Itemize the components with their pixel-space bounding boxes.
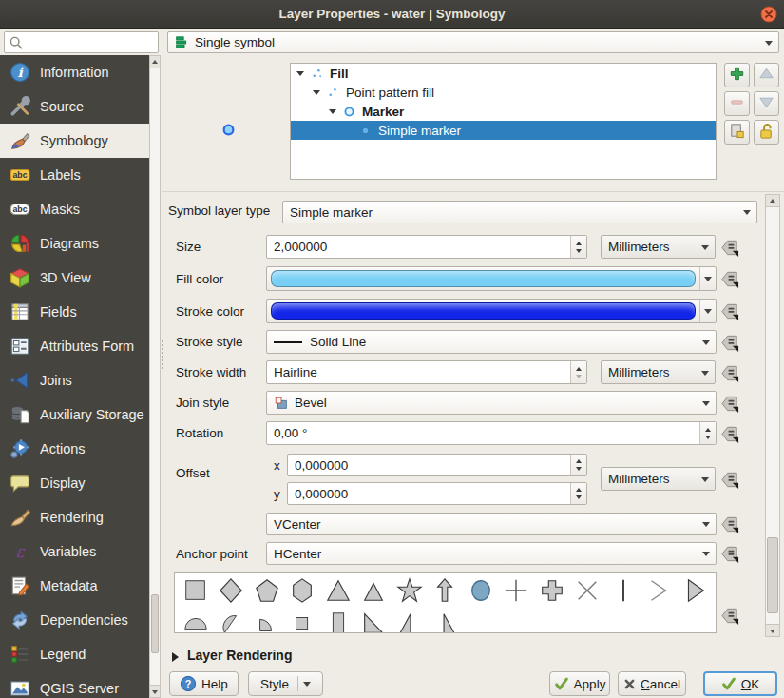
shape-diamond[interactable] (214, 576, 250, 605)
sidebar-item-3d-view[interactable]: 3D View (0, 261, 149, 295)
rotation-override-button[interactable] (719, 423, 740, 444)
renderer-combobox[interactable]: Single symbol (167, 31, 779, 53)
stroke-width-input[interactable] (267, 361, 569, 383)
offset-x-spinbox[interactable] (287, 454, 587, 476)
properties-scrollbar[interactable] (765, 194, 780, 637)
stroke-width-spinbox[interactable] (266, 360, 587, 384)
sidebar-scrollbar[interactable] (149, 55, 161, 698)
help-button[interactable]: ? Help (169, 671, 239, 696)
splitter-handle[interactable] (162, 340, 164, 369)
join-style-override-button[interactable] (719, 393, 740, 414)
sidebar-item-fields[interactable]: Fields (0, 295, 149, 329)
tree-expander-icon[interactable] (329, 109, 336, 118)
sidebar-item-metadata[interactable]: Metadata (0, 569, 149, 603)
shape-hexagon[interactable] (285, 576, 321, 605)
shape-arrowhead[interactable] (641, 576, 678, 605)
tree-expander-icon[interactable] (313, 90, 320, 99)
sidebar-item-auxiliary-storage[interactable]: Auxiliary Storage (0, 397, 149, 432)
scroll-down-icon[interactable] (766, 624, 779, 636)
sidebar-item-labels[interactable]: abcLabels (0, 158, 149, 192)
shape-circle-selected[interactable] (463, 576, 499, 605)
scroll-up-icon[interactable] (766, 195, 779, 207)
search-box[interactable] (4, 31, 159, 53)
shape-equilateral-triangle[interactable] (356, 576, 392, 605)
shape-line[interactable] (605, 576, 641, 605)
stroke-style-combobox[interactable]: Solid Line (266, 330, 717, 354)
tree-node-marker[interactable]: Marker (291, 102, 716, 121)
lock-colors-button[interactable] (754, 120, 779, 145)
stroke-color-override-button[interactable] (719, 301, 740, 321)
size-override-button[interactable] (719, 237, 740, 258)
shape-override-button[interactable] (719, 605, 740, 626)
offset-x-spin-buttons[interactable] (570, 455, 586, 475)
offset-y-spin-buttons[interactable] (570, 483, 586, 504)
shape-filled-arrowhead[interactable] (677, 576, 713, 605)
sidebar-item-diagrams[interactable]: Diagrams (0, 226, 149, 261)
shape-pentagon[interactable] (249, 576, 285, 605)
offset-y-spinbox[interactable] (287, 482, 587, 505)
shape-triangle[interactable] (320, 576, 356, 605)
sidebar-item-qgis-server[interactable]: QGIS Server (0, 671, 149, 698)
shape-semi-circle[interactable] (178, 610, 214, 633)
stroke-color-button[interactable] (266, 299, 717, 323)
tree-expander-icon[interactable] (296, 71, 304, 80)
sidebar-item-dependencies[interactable]: Dependencies (0, 603, 149, 637)
shape-arrow[interactable] (428, 576, 464, 605)
fill-color-button[interactable] (266, 266, 717, 291)
symbol-layer-type-combobox[interactable]: Simple marker (282, 201, 757, 223)
remove-symbol-layer-button[interactable] (724, 91, 750, 116)
sidebar-item-actions[interactable]: Actions (0, 432, 149, 466)
sidebar-item-information[interactable]: iInformation (0, 55, 149, 89)
titlebar[interactable]: Layer Properties - water | Symbology (0, 0, 784, 29)
shape-cross[interactable] (499, 576, 535, 605)
stroke-width-spin-buttons[interactable] (570, 361, 586, 383)
shape-half-square[interactable] (320, 610, 356, 633)
shape-right-half-triangle[interactable] (392, 610, 428, 633)
tree-node-point-pattern-fill[interactable]: Point pattern fill (291, 83, 716, 102)
layer-rendering-expander-icon[interactable] (172, 652, 183, 662)
sidebar-item-masks[interactable]: abcMasks (0, 192, 149, 226)
sidebar-item-rendering[interactable]: Rendering (0, 500, 149, 534)
shape-quarter-square[interactable] (285, 610, 321, 633)
size-spin-buttons[interactable] (570, 236, 586, 258)
shape-left-half-triangle[interactable] (428, 610, 464, 633)
fill-color-override-button[interactable] (719, 268, 740, 289)
offset-unit-combobox[interactable]: Millimeters (601, 467, 716, 491)
apply-button[interactable]: Apply (549, 671, 610, 696)
stroke-width-override-button[interactable] (719, 362, 740, 383)
anchor-vertical-override-button[interactable] (719, 514, 740, 534)
sidebar-item-symbology[interactable]: Symbology (0, 124, 149, 158)
sidebar-item-attributes-form[interactable]: Attributes Form (0, 329, 149, 363)
close-icon[interactable] (760, 6, 777, 23)
stroke-color-dropdown[interactable] (699, 300, 716, 322)
offset-y-input[interactable] (288, 483, 569, 504)
duplicate-symbol-layer-button[interactable] (724, 120, 750, 145)
stroke-style-override-button[interactable] (719, 332, 740, 353)
sidebar-scroll-thumb[interactable] (151, 594, 159, 653)
join-style-combobox[interactable]: Bevel (266, 391, 717, 415)
cancel-button[interactable]: Cancel (618, 671, 686, 696)
sidebar-item-legend[interactable]: Legend (0, 637, 149, 671)
anchor-vertical-combobox[interactable]: VCenter (266, 513, 717, 535)
shape-cross-fill[interactable] (534, 576, 570, 605)
ok-button[interactable]: OK (703, 671, 777, 696)
scroll-up-icon[interactable] (150, 56, 160, 68)
sidebar-item-variables[interactable]: εVariables (0, 534, 149, 569)
properties-scroll-thumb[interactable] (767, 537, 778, 613)
size-unit-combobox[interactable]: Millimeters (601, 235, 716, 259)
rotation-input[interactable] (267, 422, 698, 444)
shape-star[interactable] (392, 576, 428, 605)
move-up-button[interactable] (754, 63, 779, 87)
fill-color-dropdown[interactable] (699, 267, 716, 290)
size-input[interactable] (267, 236, 569, 258)
layer-rendering-section[interactable]: Layer Rendering (187, 648, 292, 663)
offset-x-input[interactable] (288, 455, 569, 475)
rotation-spinbox[interactable] (266, 421, 717, 445)
shape-third-circle[interactable] (214, 610, 250, 633)
move-down-button[interactable] (754, 91, 779, 116)
sidebar-item-source[interactable]: Source (0, 89, 149, 124)
style-button[interactable]: Style (248, 671, 323, 696)
stroke-width-unit-combobox[interactable]: Millimeters (601, 360, 716, 384)
search-input[interactable] (26, 33, 156, 51)
scroll-down-icon[interactable] (150, 685, 160, 697)
